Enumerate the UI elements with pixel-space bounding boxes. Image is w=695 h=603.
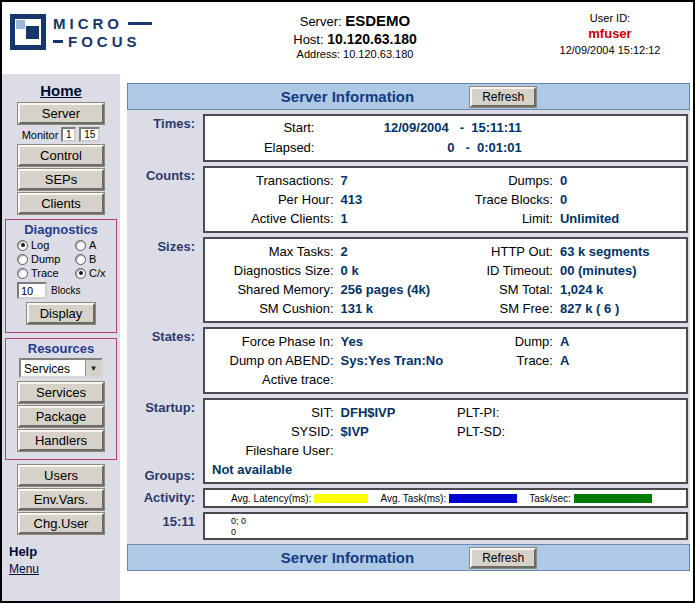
fileshare-user-label: Fileshare User: [207,441,341,460]
radio-cx-circle[interactable] [75,268,86,279]
diagnostics-title: Diagnostics [8,222,114,237]
sm-total-value: 1,024 k [560,280,684,299]
sidebar: Home Server Monitor Control SEPs Clients… [2,74,120,601]
radio-b[interactable]: B [75,253,114,265]
radio-a-circle[interactable] [75,240,86,251]
top-title-bar: Server Information Refresh [127,83,690,110]
control-button[interactable]: Control [18,145,104,166]
radio-a-label: A [89,239,96,251]
plt-pi-label: PLT-PI: [455,403,684,422]
services-button[interactable]: Services [18,382,104,403]
chguser-button[interactable]: Chg.User [18,513,104,534]
transactions-value: 7 [341,171,475,190]
radio-b-circle[interactable] [75,254,86,265]
refresh-button-top[interactable]: Refresh [470,87,536,107]
server-button[interactable]: Server [18,103,104,124]
refresh-button-bottom[interactable]: Refresh [470,548,536,568]
times-row-label: Times: [127,114,203,162]
server-label: Server: [300,14,342,29]
blocks-label: Blocks [51,285,80,296]
monitor-field-1[interactable] [61,127,76,142]
address-value: 10.120.63.180 [343,48,413,60]
handlers-button[interactable]: Handlers [18,430,104,451]
host-value: 10.120.63.180 [327,31,417,47]
active-trace-value [341,370,475,389]
radio-dump-label: Dump [31,253,60,265]
blocks-input[interactable] [17,282,47,299]
times-box: Start: 12/09/2004 - 15:11:11 Elapsed: 0 … [203,114,688,162]
micro-focus-logo-icon [10,14,46,50]
radio-log[interactable]: Log [17,239,75,251]
latency-legend-bar [314,494,368,503]
diagnostics-size-value: 0 k [341,261,475,280]
radio-cx[interactable]: C/x [75,267,114,279]
dump-on-abend-label: Dump on ABEND: [207,351,341,370]
snapshot-row: 15:11 0; 0 0 [127,512,688,540]
trace-blocks-label: Trace Blocks: [474,190,560,209]
startup-label: Startup: [127,400,195,415]
dumps-value: 0 [560,171,684,190]
radio-trace[interactable]: Trace [17,267,75,279]
logo-text: MICRO FOCUS [53,14,152,49]
id-timeout-value: 00 (minutes) [560,261,684,280]
sysid-value: $IVP [341,422,455,441]
envvars-button[interactable]: Env.Vars. [18,489,104,510]
chevron-down-icon[interactable]: ▼ [85,360,101,376]
elapsed-value: 0 - 0:01:01 [321,138,521,158]
task-per-sec-legend-bar [574,494,652,503]
server-identity: Server: ESDEMO Host: 10.120.63.180 Addre… [175,10,535,74]
shared-memory-label: Shared Memory: [207,280,341,299]
radio-dump[interactable]: Dump [17,253,75,265]
logo-word-micro: MICRO [53,16,123,31]
package-button[interactable]: Package [18,406,104,427]
sit-value: DFH$IVP [341,403,455,422]
groups-value: Not available [207,460,684,479]
address-label: Address: [297,48,340,60]
home-link[interactable]: Home [2,82,120,99]
display-button[interactable]: Display [27,303,95,324]
limit-label: Limit: [474,209,560,228]
activity-row: Activity: Avg. Latency(ms): Avg. Task(ms… [127,488,688,508]
radio-log-circle[interactable] [17,240,28,251]
app-body: Home Server Monitor Control SEPs Clients… [2,74,693,601]
groups-label: Groups: [127,468,195,484]
menu-link[interactable]: Menu [9,562,39,576]
monitor-field-2[interactable] [79,127,100,142]
task-legend-bar [449,494,517,503]
limit-value: Unlimited [560,209,684,228]
active-clients-label: Active Clients: [207,209,341,228]
users-button[interactable]: Users [18,465,104,486]
resources-select-value: Services [21,360,85,376]
start-value: 12/09/2004 - 15:11:11 [321,118,521,138]
radio-dump-circle[interactable] [17,254,28,265]
start-label: Start: [207,118,321,138]
per-hour-value: 413 [341,190,475,209]
avg-latency-label: Avg. Latency(ms): [231,493,311,504]
resources-select[interactable]: Services ▼ [19,358,103,378]
diagnostics-size-label: Diagnostics Size: [207,261,341,280]
logo-inner-square [26,26,39,39]
seps-button[interactable]: SEPs [18,169,104,190]
radio-a[interactable]: A [75,239,114,251]
user-id-label: User ID: [535,12,685,24]
snapshot-line-2: 0 [231,527,686,538]
force-phase-label: Force Phase In: [207,332,341,351]
http-out-label: HTTP Out: [474,242,560,261]
clients-button[interactable]: Clients [18,193,104,214]
micro-focus-logo: MICRO FOCUS [10,10,175,74]
snapshot-time-label: 15:11 [127,512,203,540]
sm-cushion-value: 131 k [341,299,475,318]
radio-log-label: Log [31,239,49,251]
server-name: ESDEMO [345,12,410,29]
radio-trace-circle[interactable] [17,268,28,279]
activity-row-label: Activity: [127,488,203,508]
page-header: MICRO FOCUS Server: ESDEMO Host: 10.120.… [2,2,693,74]
sizes-box: Max Tasks: 2 HTTP Out: 63 k segments Dia… [203,237,688,323]
sm-cushion-label: SM Cushion: [207,299,341,318]
sysid-label: SYSID: [207,422,341,441]
radio-b-label: B [89,253,96,265]
counts-box: Transactions: 7 Dumps: 0 Per Hour: 413 T… [203,166,688,233]
activity-box: Avg. Latency(ms): Avg. Task(ms): Task/se… [203,488,688,508]
counts-row: Counts: Transactions: 7 Dumps: 0 Per Hou… [127,166,688,233]
trace-blocks-value: 0 [560,190,684,209]
